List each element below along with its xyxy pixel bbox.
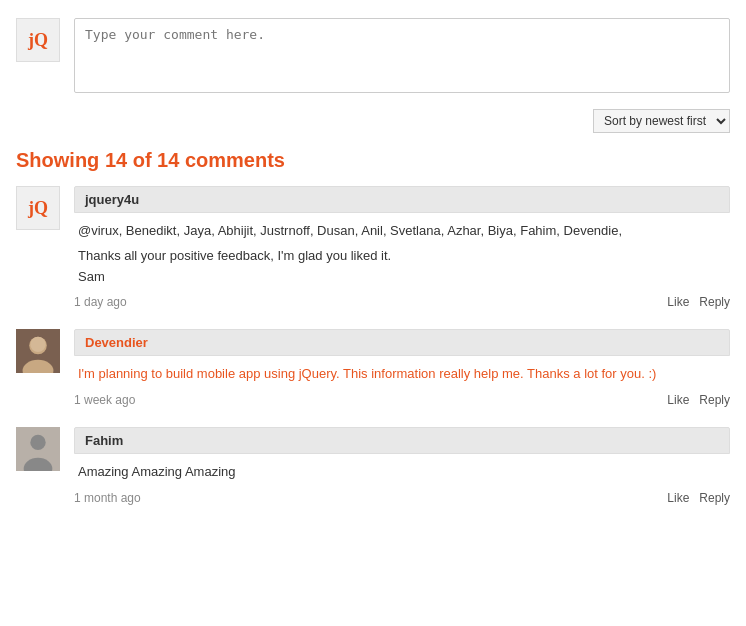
- comment-item: Fahim Amazing Amazing Amazing 1 month ag…: [16, 427, 730, 513]
- comment-body-line2: Sam: [78, 267, 726, 288]
- sort-bar: Sort by newest first Sort by oldest firs…: [0, 105, 746, 141]
- comment-text-devendier: I'm planning to build mobile app using j…: [78, 364, 726, 385]
- username-devendier: Devendier: [85, 335, 148, 350]
- comments-list: jQ jquery4u @virux, Benedikt, Jaya, Abhi…: [0, 186, 746, 513]
- showing-count: Showing 14 of 14 comments: [0, 141, 746, 186]
- comment-input-area: jQ: [0, 0, 746, 105]
- comment-content-fahim: Amazing Amazing Amazing: [74, 454, 730, 487]
- avatar-jquery4u: jQ: [16, 186, 60, 230]
- jq-logo-small: jQ: [28, 198, 48, 219]
- comment-time-fahim: 1 month ago: [74, 491, 141, 505]
- comment-header-fahim: Fahim: [74, 427, 730, 454]
- comment-content-jquery4u: @virux, Benedikt, Jaya, Abhijit, Justrno…: [74, 213, 730, 291]
- comment-item: jQ jquery4u @virux, Benedikt, Jaya, Abhi…: [16, 186, 730, 317]
- svg-point-3: [30, 337, 45, 352]
- comment-content-devendier: I'm planning to build mobile app using j…: [74, 356, 730, 389]
- like-button-jquery4u[interactable]: Like: [667, 295, 689, 309]
- reply-button-fahim[interactable]: Reply: [699, 491, 730, 505]
- reply-button-devendier[interactable]: Reply: [699, 393, 730, 407]
- comment-textarea[interactable]: [74, 18, 730, 93]
- comment-header-jquery4u: jquery4u: [74, 186, 730, 213]
- comment-actions-fahim: Like Reply: [667, 491, 730, 505]
- comment-body-devendier: Devendier I'm planning to build mobile a…: [74, 329, 730, 415]
- username-fahim: Fahim: [85, 433, 123, 448]
- like-button-fahim[interactable]: Like: [667, 491, 689, 505]
- comment-body-jquery4u: jquery4u @virux, Benedikt, Jaya, Abhijit…: [74, 186, 730, 317]
- reply-button-jquery4u[interactable]: Reply: [699, 295, 730, 309]
- user-avatar-logo: jQ: [16, 18, 60, 62]
- comment-time-devendier: 1 week ago: [74, 393, 135, 407]
- sort-select[interactable]: Sort by newest first Sort by oldest firs…: [593, 109, 730, 133]
- comment-header-devendier: Devendier: [74, 329, 730, 356]
- comment-footer-fahim: 1 month ago Like Reply: [74, 487, 730, 513]
- comment-time-jquery4u: 1 day ago: [74, 295, 127, 309]
- comment-text-fahim: Amazing Amazing Amazing: [78, 462, 726, 483]
- comment-actions-devendier: Like Reply: [667, 393, 730, 407]
- username-jquery4u: jquery4u: [85, 192, 139, 207]
- comment-footer-devendier: 1 week ago Like Reply: [74, 389, 730, 415]
- comment-body-line1: Thanks all your positive feedback, I'm g…: [78, 246, 726, 267]
- comment-footer-jquery4u: 1 day ago Like Reply: [74, 291, 730, 317]
- comment-mentions: @virux, Benedikt, Jaya, Abhijit, Justrno…: [78, 221, 726, 242]
- avatar-fahim: [16, 427, 60, 471]
- comment-item: Devendier I'm planning to build mobile a…: [16, 329, 730, 415]
- comment-body-fahim: Fahim Amazing Amazing Amazing 1 month ag…: [74, 427, 730, 513]
- jq-logo: jQ: [28, 30, 48, 51]
- comment-actions-jquery4u: Like Reply: [667, 295, 730, 309]
- svg-point-5: [30, 435, 45, 450]
- like-button-devendier[interactable]: Like: [667, 393, 689, 407]
- avatar-devendier: [16, 329, 60, 373]
